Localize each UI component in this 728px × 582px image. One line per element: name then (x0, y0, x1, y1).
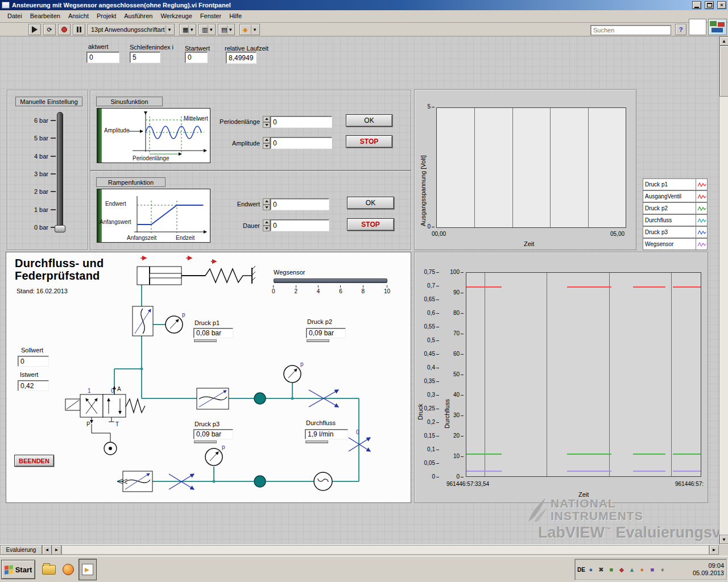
folder-quicklaunch-button[interactable] (40, 560, 58, 579)
resize-objects-dropdown[interactable]: ▤▼ (218, 24, 235, 35)
legend-item-druckp3[interactable]: Druck p3 (643, 226, 708, 238)
ni-eagle-icon (526, 496, 548, 524)
series-segment-violette-kurve (633, 471, 666, 472)
h-scroll-left-button[interactable]: ◄ (42, 545, 52, 555)
diagram-endzeit-label: Endzeit (176, 235, 195, 241)
menu-item-bearbeiten[interactable]: Bearbeiten (26, 10, 64, 22)
dauer-input[interactable]: 0 (270, 219, 329, 231)
font-selector[interactable]: 13pt Anwendungsschriftart ▼ (88, 24, 175, 35)
decrement-button[interactable] (263, 122, 270, 128)
media-player-quicklaunch-button[interactable] (59, 560, 77, 579)
start-button[interactable]: Start (1, 560, 35, 579)
restore-button[interactable] (705, 1, 714, 9)
h-scroll-end-button[interactable]: ► (709, 545, 719, 555)
tray-icon-4[interactable]: ◆ (617, 565, 626, 574)
decrement-button[interactable] (263, 226, 270, 232)
scroll-up-button[interactable]: ▲ (719, 36, 728, 45)
decrement-button[interactable] (263, 205, 270, 211)
run-continuous-button[interactable]: ⟳ (43, 24, 56, 35)
svg-text:p: p (300, 361, 304, 367)
increment-button[interactable] (263, 116, 270, 122)
rampe-ok-button[interactable]: OK (347, 197, 394, 209)
pressure-gauge-p2: p (284, 361, 304, 383)
endwert-input[interactable]: 0 (270, 198, 329, 210)
bottom-chart-xtick-end: 961446:57: (675, 481, 708, 487)
pane-tab-evaluierung[interactable]: Evaluierung (0, 545, 42, 555)
menu-item-hilfe[interactable]: Hilfe (225, 10, 246, 22)
title-bar: Ansteuerung mit Wegsensor angeschlossen(… (0, 0, 728, 10)
legend-item-wegsensor[interactable]: Wegsensor (643, 238, 708, 250)
horizontal-scrollbar[interactable] (61, 545, 709, 555)
vi-icon-blank (689, 19, 706, 35)
menu-item-fenster[interactable]: Fenster (196, 10, 225, 22)
help-button[interactable]: ? (675, 24, 686, 35)
reorder-dropdown[interactable]: ◆▼ (239, 24, 260, 35)
druck-tick-label: 0,6 (423, 310, 440, 316)
menu-item-ansicht[interactable]: Ansicht (64, 10, 93, 22)
tray-icon-2[interactable]: ✖ (597, 565, 606, 574)
increment-button[interactable] (263, 137, 270, 143)
series-segment-gruene-kurve (466, 454, 502, 455)
align-objects-dropdown[interactable]: ▦▼ (179, 24, 196, 35)
h-scroll-right-button[interactable]: ► (52, 545, 61, 555)
startwert-input[interactable]: 0 (185, 52, 208, 63)
durchfluss-tick-label: 0 (450, 474, 464, 480)
pruefstand-title-line1: Durchfluss- und (15, 257, 104, 270)
menu-item-datei[interactable]: Datei (3, 10, 26, 22)
druck-durchfluss-chart: Druck 0,750,70,650,60,550,50,450,40,350,… (414, 252, 708, 503)
top-chart-plot[interactable] (436, 107, 626, 228)
tray-icon-8[interactable]: ♦ (658, 565, 667, 574)
amplitude-input[interactable]: 0 (270, 137, 332, 149)
minimize-button[interactable] (692, 1, 701, 9)
rampenfunktion-title: Rampenfunktion (96, 177, 166, 187)
language-indicator[interactable]: DE (577, 567, 585, 573)
legend-item-druckp2[interactable]: Druck p2 (643, 202, 708, 214)
tray-icon-1[interactable]: ● (586, 565, 595, 574)
distribute-objects-icon: ▥ (202, 26, 208, 34)
vertical-scrollbar[interactable]: ▲ ▼ (719, 36, 728, 544)
sinus-stop-button[interactable]: STOP (346, 135, 392, 148)
schleifenindex-label: Schleifenindex i (130, 44, 173, 51)
decrement-button[interactable] (263, 143, 270, 149)
pressure-slider-handle[interactable] (55, 225, 65, 232)
wegsensor-slider[interactable] (274, 278, 387, 283)
pressure-slider-track[interactable] (57, 112, 63, 232)
run-button[interactable] (28, 24, 41, 35)
sinus-ok-button[interactable]: OK (346, 114, 392, 127)
increment-button[interactable] (263, 219, 270, 226)
beenden-button[interactable]: BEENDEN (14, 455, 54, 467)
labview-window: Ansteuerung mit Wegsensor angeschlossen(… (0, 0, 728, 582)
distribute-objects-dropdown[interactable]: ▥▼ (198, 24, 216, 35)
tray-icon-7[interactable]: ■ (648, 565, 657, 574)
menu-item-ausfhren[interactable]: Ausführen (120, 10, 156, 22)
labview-app-button[interactable] (78, 559, 97, 580)
rampe-stop-button[interactable]: STOP (347, 218, 394, 231)
search-input[interactable] (593, 27, 674, 34)
top-chart-ylabel: Ausgangsspannung [Volt] (420, 113, 427, 226)
tray-icon-5[interactable]: ▲ (627, 565, 636, 574)
wegsensor-ticks: 0246810 (272, 285, 390, 294)
legend-item-durchfluss[interactable]: Durchfluss (643, 214, 708, 226)
periodenlaenge-input[interactable]: 0 (270, 116, 332, 128)
legend-item-druckp1[interactable]: Druck p1 (643, 178, 708, 190)
close-button[interactable]: × (717, 1, 726, 9)
druck-p1-display: 0,08 bar (193, 328, 233, 338)
menu-item-projekt[interactable]: Projekt (93, 10, 120, 22)
vertical-scrollbar-thumb[interactable] (719, 45, 728, 97)
menu-item-werkzeuge[interactable]: Werkzeuge (156, 10, 196, 22)
scroll-down-button[interactable]: ▼ (719, 535, 728, 544)
sollwert-input[interactable]: 0 (18, 356, 49, 367)
tray-icon-6[interactable]: ● (638, 565, 647, 574)
tray-icon-3[interactable]: ■ (607, 565, 616, 574)
increment-button[interactable] (263, 198, 270, 205)
pruefstand-title-line2: Federprüfstand (15, 269, 100, 282)
taskbar-clock[interactable]: 09:04 05.09.2013 (693, 562, 724, 577)
druck-p2-display: 0,09 bar (306, 328, 346, 338)
flow-control-valve-bottom (123, 471, 152, 492)
bottom-chart-xtick-start: 961446:57:33,54 (446, 481, 489, 487)
vi-icon[interactable] (708, 19, 727, 35)
legend-item-ausgangventil[interactable]: AusgangVentil (643, 190, 708, 202)
pause-button[interactable] (73, 24, 85, 35)
abort-button[interactable] (58, 24, 71, 35)
bottom-chart-plot[interactable] (466, 272, 701, 477)
